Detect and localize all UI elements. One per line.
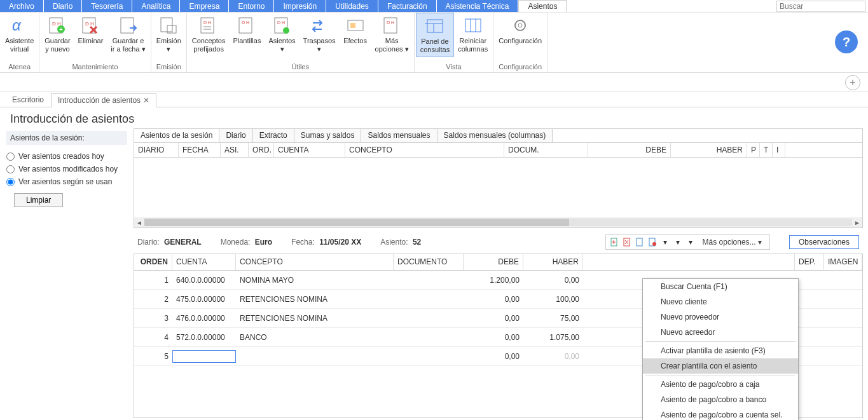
grid-col-header[interactable]: HABER (671, 143, 747, 157)
add-button[interactable]: + (845, 75, 860, 90)
ribbon-traspasos[interactable]: Traspasos▾ (300, 13, 340, 56)
entry-cell[interactable] (394, 335, 464, 340)
tb-doc3-icon[interactable]: ▾ (659, 236, 671, 248)
entry-cell[interactable] (236, 354, 394, 359)
tb-doc4-icon[interactable]: ▾ (672, 236, 684, 248)
entry-cell[interactable]: 0,00 (464, 349, 523, 363)
entry-col-header[interactable]: CONCEPTO (236, 254, 394, 270)
menu-utilidades[interactable]: Utilidades (326, 0, 378, 12)
menu-impresión[interactable]: Impresión (274, 0, 326, 12)
ribbon-eliminar[interactable]: D HEliminar (74, 13, 107, 48)
grid-col-header[interactable]: DIARIO (134, 143, 179, 157)
tb-doc2-icon[interactable] (647, 236, 658, 248)
ribbon-plantillas[interactable]: D HPlantillas (229, 13, 265, 48)
ribbon-conceptos[interactable]: D HConceptosprefijados (188, 13, 230, 56)
context-menu-item[interactable]: Nuevo acreedor (643, 325, 798, 340)
grid-col-header[interactable]: CONCEPTO (345, 143, 504, 157)
inner-tab[interactable]: Saldos mensuales (361, 129, 437, 142)
entry-cell[interactable]: BANCO (236, 330, 394, 344)
scroll-left-icon[interactable]: ◄ (134, 219, 144, 226)
tb-doc1-icon[interactable] (634, 236, 645, 248)
entry-cell[interactable]: RETENCIONES NOMINA (236, 292, 394, 306)
entry-col-header[interactable]: ORDEN (134, 254, 172, 270)
entry-col-header[interactable]: DOCUMENTO (394, 254, 464, 270)
entry-cell[interactable]: 1.075,00 (523, 330, 583, 344)
radio-input[interactable] (6, 152, 15, 161)
more-options-dropdown[interactable]: Más opciones... ▾ (698, 236, 767, 248)
menu-asistencia técnica[interactable]: Asistencia Técnica (437, 0, 518, 12)
inner-tab[interactable]: Asientos de la sesión (134, 129, 219, 142)
entry-cell[interactable]: 5 (134, 349, 172, 363)
menu-asientos[interactable]: Asientos (518, 0, 567, 12)
menu-facturación[interactable]: Facturación (378, 0, 436, 12)
context-menu-item[interactable]: Asiento de pago/cobro a banco (643, 392, 798, 407)
entry-cell[interactable]: 0,00 (523, 273, 583, 287)
radio-input[interactable] (6, 165, 15, 173)
grid-col-header[interactable]: ORD. (249, 143, 274, 157)
help-icon[interactable]: ? (835, 30, 858, 53)
observaciones-button[interactable]: Observaciones (789, 235, 859, 249)
entry-cell[interactable] (394, 316, 464, 321)
entry-cell[interactable]: 1 (134, 273, 172, 287)
radio-option[interactable]: Ver asientos modificados hoy (6, 163, 127, 175)
clear-button[interactable]: Limpiar (14, 193, 63, 207)
entry-cell[interactable]: RETENCIONES NOMINA (236, 311, 394, 325)
radio-input[interactable] (6, 178, 15, 186)
ribbon-mas-opciones[interactable]: D HMásopciones ▾ (371, 13, 413, 56)
entry-cell[interactable]: 2 (134, 292, 172, 306)
ribbon-guardar-ir-fecha[interactable]: Guardar eir a fecha ▾ (107, 13, 149, 56)
ribbon-emision[interactable]: Emisión▾ (153, 13, 185, 56)
grid-col-header[interactable]: I (773, 143, 785, 157)
grid-col-header[interactable]: FECHA (179, 143, 221, 157)
ribbon-efectos[interactable]: Efectos (340, 13, 371, 48)
entry-cell[interactable] (172, 350, 236, 363)
entry-col-header[interactable]: DEBE (464, 254, 523, 270)
tb-del-icon[interactable] (621, 236, 633, 248)
entry-cell[interactable] (795, 316, 824, 321)
entry-cell[interactable]: 640.0.0.00000 (172, 273, 236, 287)
menu-archivo[interactable]: Archivo (0, 0, 43, 12)
entry-cell[interactable] (394, 278, 464, 283)
menu-diario[interactable]: Diario (44, 0, 81, 12)
entry-cell[interactable] (394, 297, 464, 302)
entry-cell[interactable]: 75,00 (523, 311, 583, 325)
menu-tesorería[interactable]: Tesorería (82, 0, 132, 12)
entry-col-header[interactable]: IMAGEN (824, 254, 862, 270)
grid-col-header[interactable]: T (760, 143, 773, 157)
ribbon-guardar-nuevo[interactable]: D H+Guardary nuevo (41, 13, 74, 56)
context-menu-item[interactable]: Nuevo cliente (643, 294, 798, 309)
search-input[interactable] (776, 1, 865, 12)
doc-tab[interactable]: Introducción de asientos✕ (51, 93, 156, 107)
entry-cell[interactable] (824, 354, 862, 359)
context-menu-item[interactable]: Asiento de pago/cobro a caja (643, 377, 798, 392)
inner-tab[interactable]: Sumas y saldos (294, 129, 362, 142)
entry-cell[interactable] (795, 297, 824, 302)
entry-cell[interactable] (824, 278, 862, 283)
entry-col-header[interactable]: CUENTA (172, 254, 236, 270)
entry-cell[interactable]: 476.0.0.00000 (172, 311, 236, 325)
entry-cell[interactable]: 100,00 (523, 292, 583, 306)
entry-cell[interactable]: NOMINA MAYO (236, 273, 394, 287)
ribbon-panel-consultas[interactable]: Panel deconsultas (416, 13, 454, 57)
close-icon[interactable]: ✕ (143, 96, 149, 105)
entry-col-header[interactable] (583, 254, 795, 270)
entry-cell[interactable]: 475.0.0.00000 (172, 292, 236, 306)
entry-cell[interactable] (795, 278, 824, 283)
entry-cell[interactable] (824, 297, 862, 302)
entry-cell[interactable] (795, 335, 824, 340)
tb-doc5-icon[interactable]: ▾ (685, 236, 696, 248)
grid-col-header[interactable]: DOCUM. (504, 143, 588, 157)
ribbon-reiniciar-cols[interactable]: Reiniciarcolumnas (454, 13, 492, 56)
radio-option[interactable]: Ver asientos creados hoy (6, 150, 127, 163)
entry-col-header[interactable]: DEP. (795, 254, 824, 270)
entry-cell[interactable]: 1.200,00 (464, 273, 523, 287)
doc-tab[interactable]: Escritorio (5, 93, 51, 107)
inner-tab[interactable]: Extracto (253, 129, 294, 142)
entry-cell[interactable] (795, 354, 824, 359)
menu-empresa[interactable]: Empresa (180, 0, 228, 12)
entry-cell[interactable]: 0,00 (464, 330, 523, 344)
ribbon-asistente-virtual[interactable]: αAsistentevirtual (1, 13, 38, 56)
entry-cell[interactable]: 0,00 (464, 292, 523, 306)
entry-cell[interactable]: 0,00 (464, 311, 523, 325)
grid-col-header[interactable]: P (747, 143, 760, 157)
